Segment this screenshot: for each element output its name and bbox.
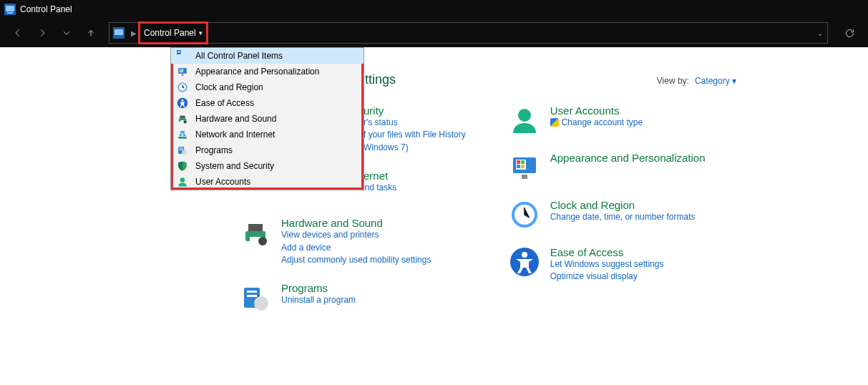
refresh-button[interactable] <box>839 23 859 43</box>
dropdown-item-label: System and Security <box>195 161 274 171</box>
dropdown-item[interactable]: Appearance and Personalization <box>171 64 364 79</box>
dropdown-item-label: All Control Panel Items <box>195 51 283 61</box>
category-link[interactable]: f your files with File History <box>364 129 466 141</box>
prog-icon <box>177 145 188 156</box>
category: Clock and RegionChange date, time, or nu… <box>509 199 706 230</box>
dropdown-item-label: Programs <box>195 145 233 155</box>
category-link[interactable]: Change account type <box>550 117 643 129</box>
category-title[interactable]: Hardware and Sound <box>281 217 431 229</box>
dropdown-item[interactable]: Clock and Region <box>171 79 364 95</box>
dropdown-item-label: Ease of Access <box>195 98 254 108</box>
clock-icon <box>177 82 188 93</box>
dropdown-item-label: User Accounts <box>195 177 250 187</box>
category-title[interactable]: urity <box>364 104 466 117</box>
category-link[interactable]: Optimize visual display <box>550 271 664 283</box>
user-icon <box>177 176 188 187</box>
breadcrumb-chevron-icon[interactable]: ▶ <box>128 29 140 37</box>
cp-icon <box>177 50 188 62</box>
category: User AccountsChange account type <box>509 104 706 136</box>
category: ProgramsUninstall a program <box>240 282 466 313</box>
dropdown-item-label: Network and Internet <box>195 130 275 140</box>
svg-rect-2 <box>7 12 13 14</box>
forward-button[interactable] <box>31 22 53 44</box>
category-title[interactable]: Ease of Access <box>550 246 664 258</box>
dropdown-item-label: Appearance and Personalization <box>195 67 319 77</box>
address-dropdown-button[interactable]: ⌄ <box>817 29 827 37</box>
category-link[interactable]: Windows 7) <box>364 142 466 154</box>
dropdown-item[interactable]: Hardware and Sound <box>171 111 364 127</box>
page-title: ettings <box>358 72 746 87</box>
category-link[interactable]: View devices and printers <box>281 229 431 241</box>
category-link[interactable]: Adjust commonly used mobility settings <box>281 254 431 266</box>
title-bar: Control Panel <box>0 0 868 19</box>
category-link[interactable]: r's status <box>364 117 466 129</box>
dropdown-item[interactable]: System and Security <box>171 158 364 174</box>
prog-icon <box>240 282 271 313</box>
category-title[interactable]: Clock and Region <box>550 199 696 211</box>
category-link[interactable]: Uninstall a program <box>281 294 356 306</box>
chevron-down-icon: ▾ <box>199 29 203 36</box>
svg-rect-1 <box>6 6 14 11</box>
category-column-right: User AccountsChange account typeAppearan… <box>509 104 706 313</box>
clock-icon <box>509 199 540 230</box>
category: Hardware and SoundView devices and print… <box>240 217 466 266</box>
category: Ease of AccessLet Windows suggest settin… <box>509 246 706 283</box>
dropdown-item[interactable]: Network and Internet <box>171 127 364 142</box>
category-title[interactable]: Appearance and Personalization <box>550 152 706 164</box>
control-panel-icon <box>4 4 16 15</box>
breadcrumb-label: Control Panel <box>144 28 196 38</box>
svg-rect-4 <box>114 29 123 35</box>
category-link[interactable]: Add a device <box>281 242 431 254</box>
breadcrumb-dropdown: All Control Panel ItemsAppearance and Pe… <box>170 47 364 190</box>
access-icon <box>509 246 540 278</box>
dropdown-item[interactable]: All Control Panel Items <box>171 48 364 64</box>
category-title[interactable]: Programs <box>281 282 356 294</box>
breadcrumb-control-panel[interactable]: Control Panel ▾ <box>140 23 207 43</box>
category-link[interactable]: Let Windows suggest settings <box>550 258 664 271</box>
monitor-icon <box>509 152 540 183</box>
up-button[interactable] <box>80 22 102 44</box>
access-icon <box>177 97 188 109</box>
content-area: View by: Category ▾ ettings urityr's sta… <box>0 47 868 385</box>
recent-locations-button[interactable] <box>56 22 77 44</box>
dropdown-item-label: Clock and Region <box>195 82 263 92</box>
printer-icon <box>240 217 271 248</box>
dropdown-item[interactable]: Ease of Access <box>171 95 364 111</box>
address-icon <box>109 27 128 39</box>
window-title: Control Panel <box>20 4 72 14</box>
user-icon <box>509 104 540 136</box>
dropdown-item-label: Hardware and Sound <box>195 114 276 124</box>
back-button[interactable] <box>7 22 29 44</box>
nav-bar: ▶ Control Panel ▾ ⌄ <box>0 19 868 47</box>
net-icon <box>177 129 188 140</box>
address-bar[interactable]: ▶ Control Panel ▾ ⌄ <box>109 22 828 44</box>
category-link[interactable]: Change date, time, or number formats <box>550 211 696 223</box>
shield-icon <box>177 160 188 172</box>
printer-icon <box>177 113 188 125</box>
category-title[interactable]: User Accounts <box>550 104 643 117</box>
category: Appearance and Personalization <box>509 152 706 183</box>
category-title[interactable]: ernet <box>364 170 396 182</box>
dropdown-item[interactable]: Programs <box>171 142 364 158</box>
dropdown-item[interactable]: User Accounts <box>171 174 364 190</box>
monitor-icon <box>177 66 188 77</box>
